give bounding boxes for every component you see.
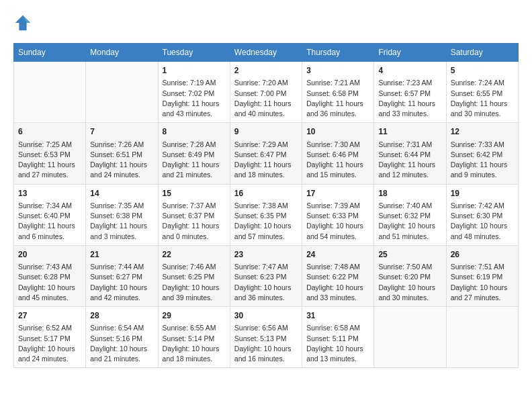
cell-day-number: 23 xyxy=(234,249,298,261)
calendar-cell: 30 Sunrise: 6:56 AM Sunset: 5:13 PM Dayl… xyxy=(230,307,302,368)
cell-daylight: Daylight: 11 hours and 33 minutes. xyxy=(378,99,441,119)
cell-sunset: Sunset: 6:35 PM xyxy=(234,211,298,221)
cell-sunset: Sunset: 6:44 PM xyxy=(378,150,441,160)
cell-daylight: Daylight: 11 hours and 15 minutes. xyxy=(306,160,369,180)
cell-sunset: Sunset: 6:58 PM xyxy=(306,89,369,99)
cell-sunrise: Sunrise: 7:40 AM xyxy=(378,201,441,211)
cell-day-number: 10 xyxy=(306,126,369,138)
cell-day-number: 20 xyxy=(18,249,81,261)
calendar-cell: 25 Sunrise: 7:50 AM Sunset: 6:20 PM Dayl… xyxy=(374,245,446,306)
cell-daylight: Daylight: 11 hours and 30 minutes. xyxy=(451,99,514,119)
cell-daylight: Daylight: 10 hours and 45 minutes. xyxy=(18,283,81,303)
calendar-cell: 23 Sunrise: 7:47 AM Sunset: 6:23 PM Dayl… xyxy=(230,245,302,306)
calendar-cell: 26 Sunrise: 7:51 AM Sunset: 6:19 PM Dayl… xyxy=(446,245,518,306)
calendar-cell: 16 Sunrise: 7:38 AM Sunset: 6:35 PM Dayl… xyxy=(230,184,302,245)
cell-sunrise: Sunrise: 7:26 AM xyxy=(90,140,153,150)
cell-sunrise: Sunrise: 7:50 AM xyxy=(378,262,441,272)
calendar-week-row: 6 Sunrise: 7:25 AM Sunset: 6:53 PM Dayli… xyxy=(14,123,519,184)
cell-day-number: 28 xyxy=(90,310,153,322)
cell-sunrise: Sunrise: 7:25 AM xyxy=(18,140,81,150)
calendar-cell: 8 Sunrise: 7:28 AM Sunset: 6:49 PM Dayli… xyxy=(158,123,230,184)
calendar-cell: 21 Sunrise: 7:44 AM Sunset: 6:27 PM Dayl… xyxy=(86,245,158,306)
cell-sunrise: Sunrise: 6:56 AM xyxy=(234,323,298,333)
cell-day-number: 25 xyxy=(378,249,441,261)
calendar-cell: 4 Sunrise: 7:23 AM Sunset: 6:57 PM Dayli… xyxy=(374,62,446,123)
calendar-cell: 3 Sunrise: 7:21 AM Sunset: 6:58 PM Dayli… xyxy=(302,62,374,123)
cell-sunset: Sunset: 5:13 PM xyxy=(234,334,298,344)
calendar-cell: 15 Sunrise: 7:37 AM Sunset: 6:37 PM Dayl… xyxy=(158,184,230,245)
logo xyxy=(13,13,35,32)
calendar-cell xyxy=(86,62,158,123)
cell-sunset: Sunset: 7:00 PM xyxy=(234,89,298,99)
cell-sunset: Sunset: 6:37 PM xyxy=(163,211,226,221)
cell-sunrise: Sunrise: 7:48 AM xyxy=(306,262,369,272)
cell-sunrise: Sunrise: 7:51 AM xyxy=(451,262,514,272)
cell-daylight: Daylight: 10 hours and 57 minutes. xyxy=(234,221,298,241)
cell-sunset: Sunset: 6:33 PM xyxy=(306,211,369,221)
cell-sunrise: Sunrise: 7:33 AM xyxy=(451,140,514,150)
cell-sunset: Sunset: 6:47 PM xyxy=(234,150,298,160)
cell-sunrise: Sunrise: 7:35 AM xyxy=(90,201,153,211)
cell-daylight: Daylight: 10 hours and 42 minutes. xyxy=(90,283,153,303)
calendar-cell: 17 Sunrise: 7:39 AM Sunset: 6:33 PM Dayl… xyxy=(302,184,374,245)
calendar-week-row: 1 Sunrise: 7:19 AM Sunset: 7:02 PM Dayli… xyxy=(14,62,519,123)
header-wednesday: Wednesday xyxy=(230,44,302,62)
cell-daylight: Daylight: 11 hours and 6 minutes. xyxy=(18,221,81,241)
calendar-cell: 1 Sunrise: 7:19 AM Sunset: 7:02 PM Dayli… xyxy=(158,62,230,123)
logo-icon xyxy=(13,13,32,32)
calendar-cell: 9 Sunrise: 7:29 AM Sunset: 6:47 PM Dayli… xyxy=(230,123,302,184)
cell-sunrise: Sunrise: 7:38 AM xyxy=(234,201,298,211)
cell-sunset: Sunset: 6:25 PM xyxy=(163,272,226,282)
cell-daylight: Daylight: 11 hours and 0 minutes. xyxy=(163,221,226,241)
cell-sunrise: Sunrise: 6:58 AM xyxy=(306,323,369,333)
cell-sunrise: Sunrise: 7:31 AM xyxy=(378,140,441,150)
calendar-cell xyxy=(446,307,518,368)
calendar-cell: 19 Sunrise: 7:42 AM Sunset: 6:30 PM Dayl… xyxy=(446,184,518,245)
cell-sunrise: Sunrise: 7:24 AM xyxy=(451,78,514,88)
cell-day-number: 24 xyxy=(306,249,369,261)
calendar-cell xyxy=(14,62,86,123)
cell-sunrise: Sunrise: 7:30 AM xyxy=(306,140,369,150)
cell-daylight: Daylight: 10 hours and 27 minutes. xyxy=(451,283,514,303)
calendar-cell: 31 Sunrise: 6:58 AM Sunset: 5:11 PM Dayl… xyxy=(302,307,374,368)
cell-sunset: Sunset: 6:19 PM xyxy=(451,272,514,282)
cell-day-number: 8 xyxy=(163,126,226,138)
cell-day-number: 2 xyxy=(234,65,298,77)
cell-daylight: Daylight: 11 hours and 27 minutes. xyxy=(18,160,81,180)
cell-day-number: 7 xyxy=(90,126,153,138)
cell-day-number: 16 xyxy=(234,188,298,199)
cell-day-number: 26 xyxy=(451,249,514,261)
cell-sunrise: Sunrise: 7:43 AM xyxy=(18,262,81,272)
cell-sunset: Sunset: 5:16 PM xyxy=(90,334,153,344)
calendar-week-row: 27 Sunrise: 6:52 AM Sunset: 5:17 PM Dayl… xyxy=(14,307,519,368)
cell-sunrise: Sunrise: 7:28 AM xyxy=(163,140,226,150)
cell-sunrise: Sunrise: 7:23 AM xyxy=(378,78,441,88)
cell-sunrise: Sunrise: 6:54 AM xyxy=(90,323,153,333)
calendar-table: SundayMondayTuesdayWednesdayThursdayFrid… xyxy=(13,43,519,368)
cell-sunrise: Sunrise: 7:39 AM xyxy=(306,201,369,211)
cell-daylight: Daylight: 11 hours and 36 minutes. xyxy=(306,99,369,119)
header-tuesday: Tuesday xyxy=(158,44,230,62)
cell-day-number: 30 xyxy=(234,310,298,322)
cell-day-number: 17 xyxy=(306,188,369,199)
cell-day-number: 3 xyxy=(306,65,369,77)
cell-day-number: 13 xyxy=(18,188,81,199)
cell-daylight: Daylight: 11 hours and 9 minutes. xyxy=(451,160,514,180)
header-saturday: Saturday xyxy=(446,44,518,62)
cell-daylight: Daylight: 11 hours and 18 minutes. xyxy=(234,160,298,180)
cell-sunset: Sunset: 6:27 PM xyxy=(90,272,153,282)
cell-sunset: Sunset: 6:46 PM xyxy=(306,150,369,160)
cell-sunset: Sunset: 6:49 PM xyxy=(163,150,226,160)
cell-day-number: 22 xyxy=(163,249,226,261)
calendar-week-row: 20 Sunrise: 7:43 AM Sunset: 6:28 PM Dayl… xyxy=(14,245,519,306)
cell-sunset: Sunset: 6:55 PM xyxy=(451,89,514,99)
calendar-week-row: 13 Sunrise: 7:34 AM Sunset: 6:40 PM Dayl… xyxy=(14,184,519,245)
cell-sunrise: Sunrise: 6:52 AM xyxy=(18,323,81,333)
calendar-cell: 2 Sunrise: 7:20 AM Sunset: 7:00 PM Dayli… xyxy=(230,62,302,123)
calendar-cell: 5 Sunrise: 7:24 AM Sunset: 6:55 PM Dayli… xyxy=(446,62,518,123)
calendar-cell: 22 Sunrise: 7:46 AM Sunset: 6:25 PM Dayl… xyxy=(158,245,230,306)
cell-sunset: Sunset: 6:53 PM xyxy=(18,150,81,160)
cell-day-number: 5 xyxy=(451,65,514,77)
cell-sunrise: Sunrise: 7:37 AM xyxy=(163,201,226,211)
cell-daylight: Daylight: 10 hours and 48 minutes. xyxy=(451,221,514,241)
